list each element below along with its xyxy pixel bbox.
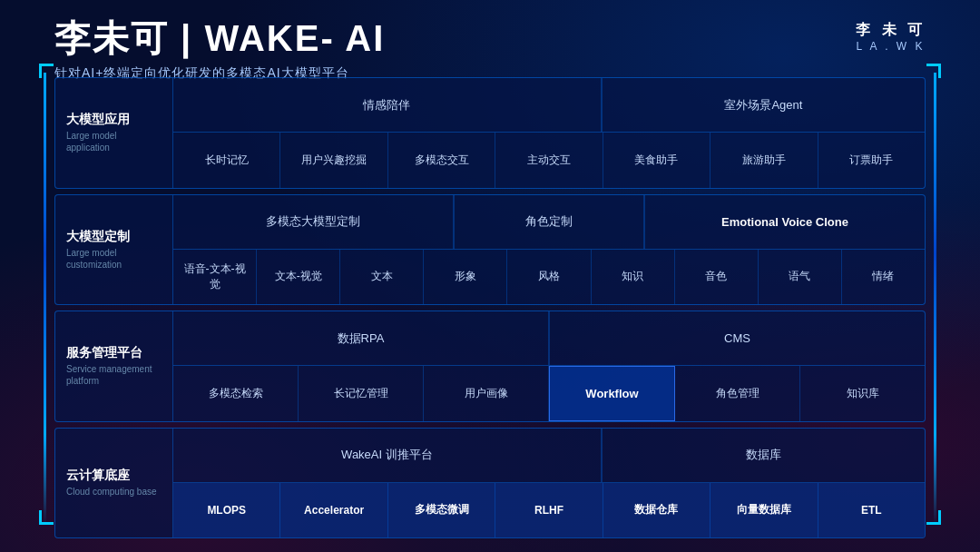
- section-label-cloud: 云计算底座 Cloud computing base: [55, 429, 173, 538]
- item-knowledge-base: 知识库: [800, 366, 925, 420]
- section-en-application: Large model application: [66, 130, 162, 153]
- section-en-customization: Large model customization: [66, 247, 162, 271]
- section-label-customization: 大模型定制 Large model customization: [55, 195, 173, 305]
- header-cms: CMS: [549, 311, 925, 365]
- item-text-vision: 文本-视觉: [257, 250, 340, 304]
- section-content-customization: 多模态大模型定制 角色定制 Emotional Voice Clone 语音-文…: [173, 195, 925, 305]
- item-tone: 语气: [759, 250, 842, 304]
- section-content-service: 数据RPA CMS 多模态检索 长记忆管理 用户画像 Workflow 角色管理…: [173, 311, 925, 421]
- section-header-service: 数据RPA CMS: [173, 311, 925, 366]
- header-multimodal-custom: 多模态大模型定制: [173, 195, 454, 249]
- item-rlhf: RLHF: [495, 483, 603, 537]
- header-outdoor: 室外场景Agent: [602, 78, 925, 132]
- item-food-assistant: 美食助手: [603, 133, 710, 187]
- section-en-service: Service management platform: [66, 363, 162, 387]
- item-timbre: 音色: [675, 250, 759, 304]
- section-cn-service: 服务管理平台: [66, 345, 162, 361]
- section-header-cloud: WakeAI 训推平台 数据库: [173, 429, 925, 483]
- item-travel-assistant: 旅游助手: [710, 133, 818, 187]
- section-cn-customization: 大模型定制: [66, 229, 162, 245]
- item-multimodal-interact: 多模态交互: [388, 133, 495, 187]
- item-long-memory: 长时记忆: [173, 133, 280, 187]
- section-service-management: 服务管理平台 Service management platform 数据RPA…: [54, 310, 926, 422]
- item-style: 风格: [507, 250, 591, 304]
- item-accelerator: Accelerator: [280, 483, 387, 537]
- section-header-application: 情感陪伴 室外场景Agent: [173, 78, 925, 133]
- section-content-application: 情感陪伴 室外场景Agent 长时记忆 用户兴趣挖掘 多模态交互 主动交互 美食…: [173, 78, 925, 188]
- section-en-cloud: Cloud computing base: [66, 486, 162, 498]
- item-role-management: 角色管理: [675, 366, 800, 420]
- section-label-application: 大模型应用 Large model application: [55, 78, 173, 188]
- item-etl: ETL: [818, 483, 925, 537]
- section-label-service: 服务管理平台 Service management platform: [55, 311, 173, 421]
- main-content: 大模型应用 Large model application 情感陪伴 室外场景A…: [54, 77, 926, 538]
- item-user-portrait: 用户画像: [424, 366, 549, 420]
- left-accent-line: [44, 73, 46, 525]
- header-emotional-voice: Emotional Voice Clone: [644, 195, 925, 249]
- item-ticket-assistant: 订票助手: [818, 133, 925, 187]
- section-content-cloud: WakeAI 训推平台 数据库 MLOPS Accelerator 多模态微调 …: [173, 429, 925, 538]
- item-image: 形象: [424, 250, 507, 304]
- section-cn-cloud: 云计算底座: [66, 468, 162, 484]
- item-mlops: MLOPS: [173, 483, 280, 537]
- header-data-rpa: 数据RPA: [173, 311, 549, 365]
- section-header-customization: 多模态大模型定制 角色定制 Emotional Voice Clone: [173, 195, 925, 250]
- item-active-interact: 主动交互: [495, 133, 603, 187]
- page-title: 李未可 | WAKE- AI: [54, 14, 926, 64]
- section-items-service: 多模态检索 长记忆管理 用户画像 Workflow 角色管理 知识库: [173, 366, 925, 420]
- section-items-application: 长时记忆 用户兴趣挖掘 多模态交互 主动交互 美食助手 旅游助手 订票助手: [173, 133, 925, 187]
- item-text: 文本: [340, 250, 424, 304]
- header-database: 数据库: [602, 429, 925, 482]
- item-memory-management: 长记忆管理: [299, 366, 424, 420]
- logo-en: L A . W K: [856, 40, 926, 53]
- item-emotion: 情绪: [842, 250, 925, 304]
- right-accent-line: [934, 73, 936, 525]
- logo-cn: 李 未 可: [856, 21, 926, 40]
- section-large-model-application: 大模型应用 Large model application 情感陪伴 室外场景A…: [54, 77, 926, 189]
- section-cn-application: 大模型应用: [66, 112, 162, 128]
- item-user-interest: 用户兴趣挖掘: [280, 133, 387, 187]
- section-large-model-customization: 大模型定制 Large model customization 多模态大模型定制…: [54, 194, 926, 306]
- header-role-custom: 角色定制: [454, 195, 644, 249]
- section-items-cloud: MLOPS Accelerator 多模态微调 RLHF 数据仓库 向量数据库 …: [173, 483, 925, 537]
- item-workflow: Workflow: [549, 366, 675, 420]
- item-vector-database: 向量数据库: [710, 483, 818, 537]
- logo: 李 未 可 L A . W K: [856, 21, 926, 53]
- section-items-customization: 语音-文本-视觉 文本-视觉 文本 形象 风格 知识 音色 语气 情绪: [173, 250, 925, 304]
- item-data-warehouse: 数据仓库: [603, 483, 710, 537]
- item-knowledge: 知识: [592, 250, 675, 304]
- item-voice-text-vision: 语音-文本-视觉: [173, 250, 257, 304]
- item-multimodal-finetune: 多模态微调: [388, 483, 495, 537]
- item-multimodal-search: 多模态检索: [173, 366, 299, 420]
- header-emotion: 情感陪伴: [173, 78, 602, 132]
- header: 李未可 | WAKE- AI 针对AI+终端定向优化研发的多模态AI大模型平台 …: [54, 14, 926, 82]
- section-cloud-base: 云计算底座 Cloud computing base WakeAI 训推平台 数…: [54, 428, 926, 539]
- header-wakeai-platform: WakeAI 训推平台: [173, 429, 602, 482]
